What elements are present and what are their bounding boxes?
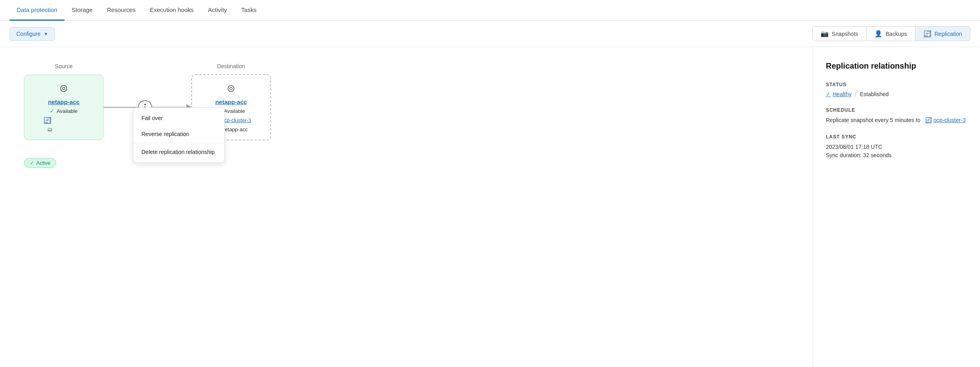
replication-icon: 🔄 (923, 30, 931, 37)
panel-last-sync-section: LAST SYNC 2023/08/01 17:18 UTC Sync dura… (826, 134, 967, 160)
panel-status-section: STATUS ✓ Healthy Established (826, 82, 967, 98)
source-node-status: ✓ Available (50, 108, 78, 114)
camera-icon: 📷 (821, 30, 829, 37)
connector-dropdown-menu: Fail over Reverse replication Delete rep… (133, 107, 225, 163)
tab-resources[interactable]: Resources (100, 0, 143, 21)
source-status-check-icon: ✓ (50, 108, 55, 114)
destination-folder-name: netapp-acc (222, 126, 247, 132)
panel-last-sync-label: LAST SYNC (826, 134, 967, 140)
panel-schedule-label: SCHEDULE (826, 107, 967, 113)
destination-node-name[interactable]: netapp-acc (215, 99, 247, 105)
panel-schedule-cluster: 🔄 ocp-cluster-3 (922, 116, 966, 124)
diagram-labels-row: Source Destination (24, 63, 271, 69)
dropdown-item-reverse-replication[interactable]: Reverse replication (133, 126, 224, 142)
dropdown-item-fail-over[interactable]: Fail over (133, 110, 224, 126)
source-node-card: ⊚ netapp-acc ✓ Available 🔄 ocp-cluster-3… (24, 75, 104, 140)
tab-execution-hooks[interactable]: Execution hooks (143, 0, 201, 21)
source-cluster-sync-icon: 🔄 (43, 116, 51, 124)
top-navigation: Data protection Storage Resources Execut… (0, 0, 980, 21)
panel-last-sync-duration: Sync duration: 32 seconds (826, 151, 967, 160)
panel-healthy-check-icon: ✓ (826, 91, 831, 97)
panel-last-sync-date: 2023/08/01 17:18 UTC (826, 143, 967, 151)
destination-rep-icon: ⊚ (227, 82, 235, 95)
destination-cluster-name[interactable]: ocp-cluster-3 (221, 117, 251, 123)
panel-status-label: STATUS (826, 82, 967, 87)
source-rep-icon: ⊚ (59, 82, 68, 95)
tab-data-protection[interactable]: Data protection (10, 0, 65, 21)
active-status-badge: ✓ Active (24, 158, 56, 168)
tab-tasks[interactable]: Tasks (234, 0, 264, 21)
toolbar: Configure ▼ 📷 Snapshots 👤 Backups 🔄 Repl… (0, 21, 980, 47)
source-folder: 🗂 netapp-acc (47, 126, 80, 132)
panel-status-divider (855, 91, 856, 98)
source-label: Source (24, 63, 104, 69)
dropdown-divider (133, 143, 224, 143)
schedule-cluster-sync-icon: 🔄 (925, 116, 932, 124)
tab-activity[interactable]: Activity (201, 0, 234, 21)
panel-title: Replication relationship (826, 61, 967, 71)
view-toggle-group: 📷 Snapshots 👤 Backups 🔄 Replication (812, 26, 970, 41)
connector-button-wrapper: Fail over Reverse replication Delete rep… (138, 100, 152, 114)
dropdown-item-delete-replication[interactable]: Delete replication relationship (133, 144, 224, 160)
diagram-area: Source Destination ⊚ netapp-acc ✓ Availa… (0, 47, 813, 367)
chevron-down-icon: ▼ (44, 32, 48, 36)
connector-line-left (104, 107, 138, 108)
backups-button[interactable]: 👤 Backups (866, 27, 915, 41)
cards-row: ⊚ netapp-acc ✓ Available 🔄 ocp-cluster-3… (24, 74, 271, 140)
schedule-cluster-link[interactable]: ocp-cluster-3 (933, 116, 966, 124)
main-content: Source Destination ⊚ netapp-acc ✓ Availa… (0, 47, 980, 367)
tab-storage[interactable]: Storage (65, 0, 100, 21)
replication-diagram-wrapper: Source Destination ⊚ netapp-acc ✓ Availa… (24, 63, 271, 168)
source-folder-icon: 🗂 (47, 126, 52, 132)
connector-area: Fail over Reverse replication Delete rep… (104, 100, 191, 114)
replication-button[interactable]: 🔄 Replication (915, 27, 970, 41)
backup-icon: 👤 (874, 30, 882, 37)
snapshots-button[interactable]: 📷 Snapshots (813, 27, 866, 41)
active-badge-check: ✓ (30, 160, 34, 166)
source-node-name[interactable]: netapp-acc (48, 99, 79, 105)
panel-schedule-text: Replicate snapshot every 5 minutes to 🔄 … (826, 116, 967, 124)
panel-status-established: Established (860, 91, 888, 97)
panel-status-healthy[interactable]: ✓ Healthy (826, 91, 851, 97)
source-cluster: 🔄 ocp-cluster-3 (43, 116, 84, 124)
configure-button[interactable]: Configure ▼ (10, 27, 55, 41)
right-panel: Replication relationship STATUS ✓ Health… (813, 47, 980, 367)
panel-schedule-section: SCHEDULE Replicate snapshot every 5 minu… (826, 107, 967, 124)
panel-status-row: ✓ Healthy Established (826, 91, 967, 98)
destination-label: Destination (191, 63, 271, 69)
